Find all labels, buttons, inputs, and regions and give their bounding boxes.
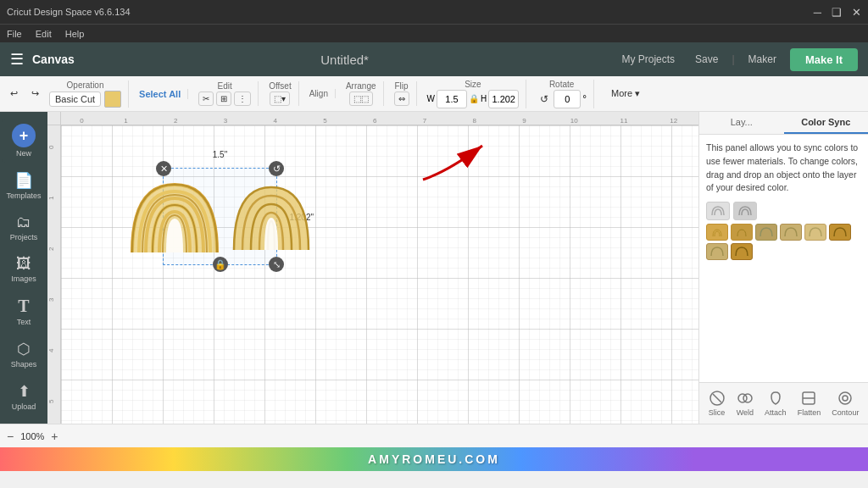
slice-label: Slice xyxy=(709,408,726,417)
tab-layers[interactable]: Lay... xyxy=(699,112,784,134)
maker-button[interactable]: Maker xyxy=(742,50,783,69)
color-item-gold-1[interactable] xyxy=(706,224,728,241)
rainbow-shape-1[interactable] xyxy=(124,176,225,261)
color-item-gold-6[interactable] xyxy=(829,224,851,241)
rainbow-shape-2[interactable] xyxy=(227,180,316,257)
document-title: Untitled* xyxy=(320,53,369,67)
right-panel-tabs: Lay... Color Sync xyxy=(699,112,868,135)
flip-btn[interactable]: ⇔ xyxy=(394,92,409,106)
right-panel-content: This panel allows you to sync colors to … xyxy=(699,135,868,382)
templates-icon: 📄 xyxy=(14,171,33,190)
arrange-label: Arrange xyxy=(346,81,376,91)
select-all-button[interactable]: Select All xyxy=(139,89,181,99)
zoom-value: 100% xyxy=(20,431,44,441)
zoom-in-button[interactable]: + xyxy=(51,430,58,443)
my-projects-button[interactable]: My Projects xyxy=(615,50,682,69)
minimize-button[interactable]: ─ xyxy=(814,6,821,19)
undo-button[interactable]: ↩ xyxy=(7,86,21,101)
maximize-button[interactable]: ❑ xyxy=(832,6,842,19)
width-label: W xyxy=(427,94,435,103)
contour-button[interactable]: Contour xyxy=(826,388,864,419)
width-input[interactable]: 1.5 xyxy=(437,90,467,108)
arrange-btn[interactable]: ⬚⬚ xyxy=(349,92,373,106)
close-button[interactable]: ✕ xyxy=(852,6,861,19)
color-item-gold-8[interactable] xyxy=(731,243,753,260)
align-group: Align xyxy=(309,89,336,98)
handle-bm[interactable]: 🔒 xyxy=(213,257,228,272)
header: ☰ Canvas Untitled* My Projects Save | Ma… xyxy=(0,42,868,76)
color-item-gold-2[interactable] xyxy=(731,224,753,241)
edit-item: Edit ✂ ⊞ ⋮ xyxy=(198,81,251,106)
images-icon: 🖼 xyxy=(16,255,31,273)
operation-item: Operation Basic Cut xyxy=(49,80,121,108)
height-input[interactable]: 1.202 xyxy=(488,90,519,108)
sidebar-item-new[interactable]: + New xyxy=(3,119,45,163)
flatten-label: Flatten xyxy=(798,408,821,417)
edit-btn-1[interactable]: ✂ xyxy=(198,92,214,106)
sidebar-item-shapes[interactable]: ⬡ Shapes xyxy=(3,335,45,374)
hamburger-menu[interactable]: ☰ xyxy=(10,50,24,69)
menu-file[interactable]: File xyxy=(7,29,22,39)
canvas-grid[interactable]: ✕ ↺ 🔒 ⤡ 1.5" 1.202" xyxy=(61,125,698,424)
rotate-reset[interactable]: ↺ xyxy=(537,92,552,107)
lock-icon[interactable]: 🔒 xyxy=(469,94,479,103)
attach-label: Attach xyxy=(765,408,787,417)
redo-button[interactable]: ↪ xyxy=(28,86,42,101)
color-item-gold-4[interactable] xyxy=(780,224,802,241)
offset-btn[interactable]: ⬚▾ xyxy=(270,92,290,106)
canvas-area[interactable]: 0 1 2 3 4 5 6 7 8 9 10 11 12 0 1 2 3 4 xyxy=(47,112,698,424)
edit-label: Edit xyxy=(218,81,232,91)
titlebar: Cricut Design Space v6.6.134 ─ ❑ ✕ xyxy=(0,0,868,24)
sidebar-item-projects[interactable]: 🗂 Projects xyxy=(3,208,45,247)
color-item-gold-7[interactable] xyxy=(706,243,728,260)
footer-text: AMYROMEU.COM xyxy=(368,452,500,466)
rotate-input[interactable]: 0 xyxy=(554,90,581,108)
more-button[interactable]: More ▾ xyxy=(608,86,643,101)
window-controls[interactable]: ─ ❑ ✕ xyxy=(814,6,861,19)
ruler-v-2: 2 xyxy=(47,237,60,251)
menu-help[interactable]: Help xyxy=(65,29,85,39)
ruler-horizontal: 0 1 2 3 4 5 6 7 8 9 10 11 12 xyxy=(61,112,698,125)
svg-point-4 xyxy=(743,394,752,402)
color-swatch[interactable] xyxy=(104,91,121,108)
app-name: Cricut Design Space v6.6.134 xyxy=(7,7,131,17)
color-item-gold-3[interactable] xyxy=(755,224,777,241)
handle-tl[interactable]: ✕ xyxy=(156,161,171,176)
weld-button[interactable]: Weld xyxy=(732,388,759,419)
sidebar-label-upload: Upload xyxy=(12,402,36,411)
make-it-button[interactable]: Make It xyxy=(790,48,858,71)
rotate-item: Rotate ↺ 0 ° xyxy=(537,80,587,108)
color-item-gold-5[interactable] xyxy=(804,224,826,241)
sidebar-item-text[interactable]: T Text xyxy=(3,291,45,331)
edit-btn-3[interactable]: ⋮ xyxy=(234,92,251,106)
handle-br[interactable]: ⤡ xyxy=(269,257,284,272)
edit-btn-2[interactable]: ⊞ xyxy=(216,92,231,106)
ruler-v-3: 3 xyxy=(47,288,60,302)
width-dimension-label: 1.5" xyxy=(213,150,227,159)
flip-group: Flip ⇔ xyxy=(394,81,417,106)
operation-selector[interactable]: Basic Cut xyxy=(49,92,101,107)
color-item-grey-2[interactable] xyxy=(733,202,757,220)
sidebar-item-images[interactable]: 🖼 Images xyxy=(3,250,45,288)
ruler-mark-6: 6 xyxy=(350,117,400,125)
right-panel: Lay... Color Sync This panel allows you … xyxy=(698,112,868,424)
ruler-v-4: 4 xyxy=(47,339,60,352)
flatten-button[interactable]: Flatten xyxy=(793,388,826,419)
menu-edit[interactable]: Edit xyxy=(36,29,52,39)
sidebar-label-images: Images xyxy=(11,274,36,283)
ruler-vertical: 0 1 2 3 4 5 xyxy=(47,125,61,424)
zoom-out-button[interactable]: − xyxy=(7,430,14,443)
slice-button[interactable]: Slice xyxy=(704,388,731,419)
handle-tr[interactable]: ↺ xyxy=(269,161,284,176)
ruler-mark-11: 11 xyxy=(599,117,649,125)
attach-button[interactable]: Attach xyxy=(760,388,792,419)
ruler-mark-9: 9 xyxy=(499,117,549,125)
arrange-item: Arrange ⬚⬚ xyxy=(346,81,376,106)
sidebar-item-templates[interactable]: 📄 Templates xyxy=(3,166,45,205)
header-right: My Projects Save | Maker Make It xyxy=(615,48,858,71)
tab-color-sync[interactable]: Color Sync xyxy=(784,112,869,134)
main-area: + New 📄 Templates 🗂 Projects 🖼 Images T … xyxy=(0,112,868,424)
save-button[interactable]: Save xyxy=(688,50,725,69)
color-item-grey-1[interactable] xyxy=(706,202,730,220)
sidebar-item-upload[interactable]: ⬆ Upload xyxy=(3,377,45,416)
